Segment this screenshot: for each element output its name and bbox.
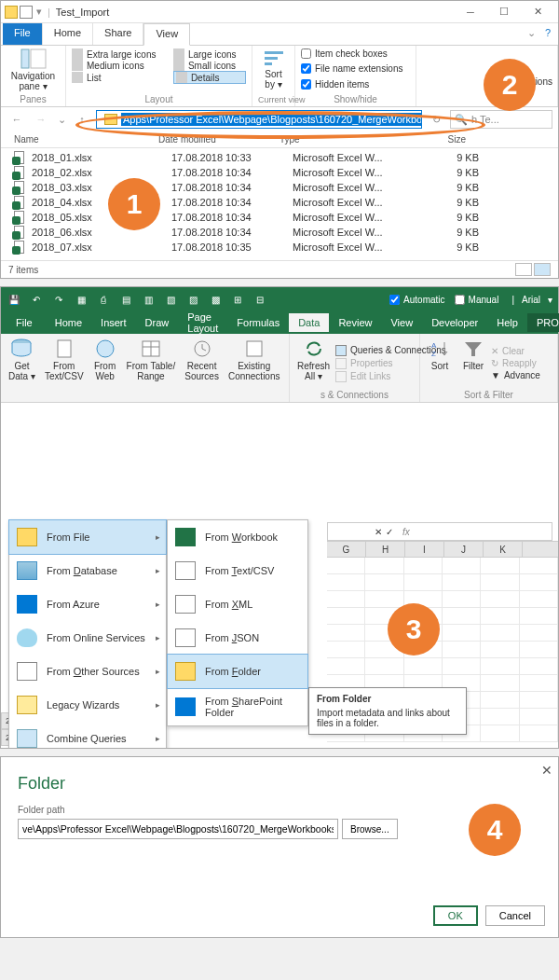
get-data-button[interactable]: Get Data ▾ bbox=[5, 337, 39, 400]
navigation-pane-button[interactable]: Navigation pane ▾ bbox=[7, 48, 60, 91]
qat-icon[interactable]: ⊞ bbox=[230, 292, 245, 307]
tab-view[interactable]: View bbox=[381, 313, 422, 332]
refresh-all-button[interactable]: Refresh All ▾ bbox=[293, 337, 334, 390]
file-row[interactable]: 2018_06.xlsx17.08.2018 10:34Microsoft Ex… bbox=[1, 225, 558, 240]
layout-details[interactable]: Details bbox=[173, 71, 246, 84]
chk-hidden[interactable]: Hidden items bbox=[301, 79, 410, 90]
from-table-button[interactable]: From Table/ Range bbox=[123, 337, 180, 400]
col-name[interactable]: Name bbox=[14, 134, 158, 145]
layout-small[interactable]: Small icons bbox=[173, 60, 246, 71]
tab-help[interactable]: Help bbox=[487, 313, 527, 332]
chk-automatic[interactable] bbox=[389, 295, 400, 305]
qat-icon[interactable]: ▦ bbox=[74, 292, 89, 307]
tab-draw[interactable]: Draw bbox=[136, 313, 179, 332]
tab-pro[interactable]: PRO bbox=[527, 313, 559, 332]
svg-text:A: A bbox=[431, 341, 437, 350]
qat-icon[interactable]: ⎙ bbox=[96, 292, 111, 307]
col-modified[interactable]: Date modified bbox=[158, 134, 280, 145]
folder-path-input[interactable] bbox=[18, 819, 338, 839]
cancel-button[interactable]: Cancel bbox=[485, 905, 545, 926]
submenu-text-csv[interactable]: From Text/CSV bbox=[168, 554, 307, 587]
tab-view[interactable]: View bbox=[143, 23, 190, 46]
submenu-workbook[interactable]: From Workbook bbox=[168, 520, 307, 554]
tab-file[interactable]: File bbox=[3, 313, 46, 332]
qat-icon[interactable]: ▥ bbox=[141, 292, 156, 307]
tab-home[interactable]: Home bbox=[43, 23, 93, 45]
redo-icon[interactable]: ↷ bbox=[51, 292, 66, 307]
chk-manual[interactable] bbox=[455, 295, 465, 305]
chk-item-boxes[interactable]: Item check boxes bbox=[301, 48, 410, 59]
qat-icon[interactable]: ▧ bbox=[163, 292, 178, 307]
from-csv-button[interactable]: From Text/CSV bbox=[41, 337, 88, 400]
titlebar: ▾ | Test_Import ─ ☐ ✕ bbox=[1, 1, 558, 23]
sort-by-button[interactable]: Sortby ▾ bbox=[258, 48, 289, 90]
close-button[interactable]: ✕ bbox=[521, 2, 554, 22]
close-button[interactable]: ✕ bbox=[541, 763, 552, 778]
from-web-button[interactable]: From Web bbox=[89, 337, 121, 400]
tab-home[interactable]: Home bbox=[46, 313, 91, 332]
tab-formulas[interactable]: Formulas bbox=[227, 313, 289, 332]
qat-icon[interactable]: ▩ bbox=[208, 292, 223, 307]
chk-extensions[interactable]: File name extensions bbox=[301, 63, 410, 74]
layout-medium[interactable]: Medium icons bbox=[72, 60, 166, 71]
annotation-4: 4 bbox=[469, 804, 521, 856]
tab-share[interactable]: Share bbox=[93, 23, 143, 45]
menu-from-azure[interactable]: From Azure▸ bbox=[9, 587, 166, 621]
minimize-button[interactable]: ─ bbox=[454, 2, 487, 22]
address-input[interactable]: Apps\Professor Excel\Webpage\Blogposts\1… bbox=[96, 110, 422, 129]
col-type[interactable]: Type bbox=[280, 134, 410, 145]
ok-button[interactable]: OK bbox=[433, 905, 478, 926]
column-headers: GHIJK bbox=[327, 541, 558, 558]
qat-icon[interactable]: ⊟ bbox=[252, 292, 267, 307]
filter-button[interactable]: Filter bbox=[457, 337, 489, 390]
menu-from-other[interactable]: From Other Sources▸ bbox=[9, 655, 166, 688]
formula-bar[interactable]: ✕✓fx bbox=[327, 522, 552, 541]
file-row[interactable]: 2018_07.xlsx17.08.2018 10:35Microsoft Ex… bbox=[1, 240, 558, 255]
recent-sources-button[interactable]: Recent Sources bbox=[181, 337, 223, 400]
tab-review[interactable]: Review bbox=[329, 313, 381, 332]
submenu-folder[interactable]: From Folder bbox=[167, 654, 308, 689]
existing-conn-button[interactable]: Existing Connections bbox=[225, 337, 284, 400]
forward-button[interactable]: → bbox=[31, 109, 51, 130]
menu-from-file[interactable]: From File▸ bbox=[8, 519, 167, 555]
menu-legacy[interactable]: Legacy Wizards▸ bbox=[9, 688, 166, 722]
advanced-button[interactable]: ▼Advance bbox=[491, 369, 540, 381]
recent-button[interactable]: ⌄ bbox=[55, 109, 68, 130]
file-row[interactable]: 2018_01.xlsx17.08.2018 10:33Microsoft Ex… bbox=[1, 150, 558, 165]
browse-button[interactable]: Browse... bbox=[342, 819, 398, 839]
menu-combine[interactable]: Combine Queries▸ bbox=[9, 722, 166, 748]
submenu-xml[interactable]: From XML bbox=[168, 587, 307, 621]
layout-large[interactable]: Large icons bbox=[173, 48, 246, 60]
save-icon[interactable]: 💾 bbox=[7, 292, 21, 307]
layout-list[interactable]: List bbox=[72, 71, 166, 84]
menu-from-database[interactable]: From Database▸ bbox=[9, 554, 166, 587]
clear-button[interactable]: ✕Clear bbox=[491, 345, 540, 357]
sort-button[interactable]: AZSort bbox=[424, 337, 456, 390]
qat-icon[interactable]: ▨ bbox=[185, 292, 200, 307]
undo-icon[interactable]: ↶ bbox=[29, 292, 44, 307]
menu-from-online[interactable]: From Online Services▸ bbox=[9, 621, 166, 655]
search-input[interactable]: 🔍h Te... bbox=[450, 110, 552, 129]
file-row[interactable]: 2018_04.xlsx17.08.2018 10:34Microsoft Ex… bbox=[1, 195, 558, 210]
tab-data[interactable]: Data bbox=[289, 313, 329, 332]
submenu-sharepoint[interactable]: From SharePoint Folder bbox=[168, 688, 307, 725]
col-size[interactable]: Size bbox=[410, 134, 466, 145]
refresh-button[interactable]: ↻ bbox=[426, 109, 446, 130]
layout-xlarge[interactable]: Extra large icons bbox=[72, 48, 166, 60]
submenu-json[interactable]: From JSON bbox=[168, 621, 307, 655]
help-button[interactable]: ⌄? bbox=[520, 23, 558, 45]
view-toggles[interactable] bbox=[515, 263, 551, 276]
tab-insert[interactable]: Insert bbox=[91, 313, 136, 332]
tab-file[interactable]: File bbox=[3, 23, 43, 45]
qat-icon[interactable]: ▤ bbox=[118, 292, 133, 307]
file-row[interactable]: 2018_05.xlsx17.08.2018 10:34Microsoft Ex… bbox=[1, 210, 558, 225]
up-button[interactable]: ↑ bbox=[72, 109, 92, 130]
file-row[interactable]: 2018_02.xlsx17.08.2018 10:34Microsoft Ex… bbox=[1, 165, 558, 180]
maximize-button[interactable]: ☐ bbox=[487, 2, 521, 22]
svg-rect-1 bbox=[31, 49, 46, 68]
reapply-button[interactable]: ↻Reapply bbox=[491, 357, 540, 369]
file-row[interactable]: 2018_03.xlsx17.08.2018 10:34Microsoft Ex… bbox=[1, 180, 558, 195]
tab-developer[interactable]: Developer bbox=[422, 313, 487, 332]
back-button[interactable]: ← bbox=[7, 109, 27, 130]
annotation-2: 2 bbox=[484, 59, 536, 111]
